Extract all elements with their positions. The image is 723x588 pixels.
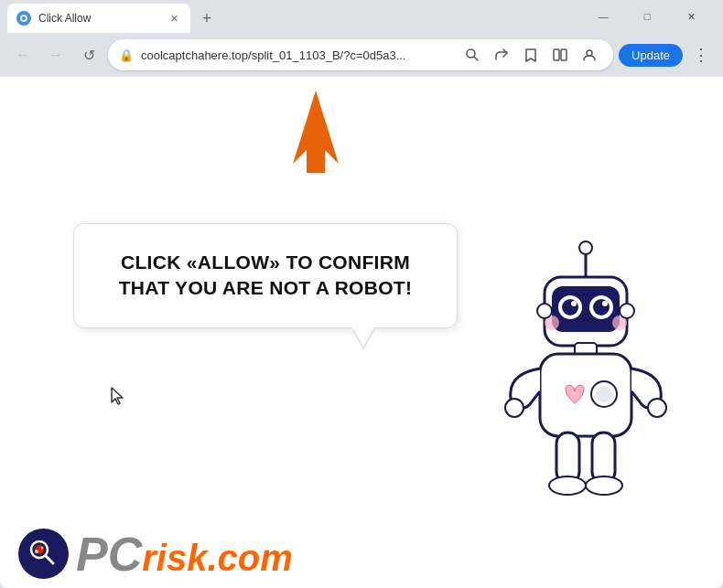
- tab-strip: Click Allow ✕ +: [7, 0, 582, 33]
- profile-icon-btn[interactable]: [577, 42, 602, 68]
- url-text: coolcaptchahere.top/split_01_1103_B/?c=0…: [141, 48, 452, 62]
- svg-point-6: [587, 50, 592, 56]
- window-controls: — □ ✕: [582, 3, 716, 30]
- share-icon-btn[interactable]: [489, 42, 514, 68]
- tab-favicon: [16, 11, 31, 26]
- svg-rect-4: [554, 49, 559, 60]
- page-content: CLICK «ALLOW» TO CONFIRM THAT YOU ARE NO…: [0, 77, 723, 588]
- svg-point-22: [620, 304, 634, 318]
- svg-point-32: [586, 476, 622, 495]
- tab-title: Click Allow: [38, 12, 159, 25]
- svg-rect-5: [561, 49, 567, 60]
- mouse-cursor: [110, 386, 128, 408]
- address-bar-icons: [459, 42, 602, 68]
- orange-arrow: [275, 81, 357, 176]
- lock-icon: 🔒: [119, 48, 134, 62]
- svg-point-16: [593, 299, 610, 315]
- svg-point-17: [571, 301, 577, 306]
- title-bar: Click Allow ✕ + — □ ✕: [0, 0, 723, 33]
- new-tab-button[interactable]: +: [194, 5, 220, 31]
- tab-close-button[interactable]: ✕: [167, 11, 181, 26]
- maximize-button[interactable]: □: [626, 3, 668, 30]
- svg-point-33: [23, 533, 64, 574]
- svg-point-27: [505, 399, 523, 417]
- svg-point-38: [41, 547, 44, 550]
- update-button[interactable]: Update: [619, 44, 683, 67]
- search-icon-btn[interactable]: [459, 42, 485, 68]
- svg-point-21: [537, 304, 552, 318]
- speech-bubble: CLICK «ALLOW» TO CONFIRM THAT YOU ARE NO…: [73, 223, 458, 328]
- close-button[interactable]: ✕: [670, 3, 712, 30]
- forward-button[interactable]: →: [42, 41, 70, 69]
- svg-point-10: [579, 241, 592, 254]
- chrome-menu-button[interactable]: ⋮: [688, 42, 714, 68]
- robot-character: [494, 241, 696, 551]
- svg-point-37: [35, 550, 38, 553]
- svg-point-26: [596, 386, 612, 402]
- svg-point-28: [648, 399, 666, 417]
- svg-point-15: [562, 299, 578, 315]
- reader-mode-icon-btn[interactable]: [547, 42, 573, 68]
- back-button[interactable]: ←: [9, 41, 37, 69]
- svg-point-1: [22, 16, 26, 20]
- svg-point-18: [602, 301, 608, 306]
- active-tab[interactable]: Click Allow ✕: [7, 4, 190, 33]
- bookmark-icon-btn[interactable]: [518, 42, 544, 68]
- svg-rect-30: [592, 433, 615, 483]
- svg-line-3: [474, 57, 478, 60]
- svg-rect-24: [540, 354, 631, 436]
- minimize-button[interactable]: —: [582, 3, 624, 30]
- svg-rect-29: [556, 433, 579, 483]
- pcrisk-logo: PC risk.com: [18, 529, 293, 579]
- svg-point-31: [549, 476, 586, 495]
- nav-bar: ← → ↺ 🔒 coolcaptchahere.top/split_01_110…: [0, 33, 723, 77]
- address-bar[interactable]: 🔒 coolcaptchahere.top/split_01_1103_B/?c…: [108, 39, 613, 70]
- chrome-window: Click Allow ✕ + — □ ✕ ← → ↺ 🔒 coolcaptch…: [0, 0, 723, 588]
- pcrisk-icon: [18, 529, 69, 579]
- pcrisk-text-container: PC risk.com: [76, 530, 293, 578]
- refresh-button[interactable]: ↺: [75, 41, 103, 69]
- pcrisk-pc-text: PC: [76, 530, 142, 578]
- pcrisk-risk-text: risk.com: [142, 540, 293, 576]
- svg-marker-8: [293, 91, 339, 173]
- bubble-text: CLICK «ALLOW» TO CONFIRM THAT YOU ARE NO…: [102, 250, 429, 302]
